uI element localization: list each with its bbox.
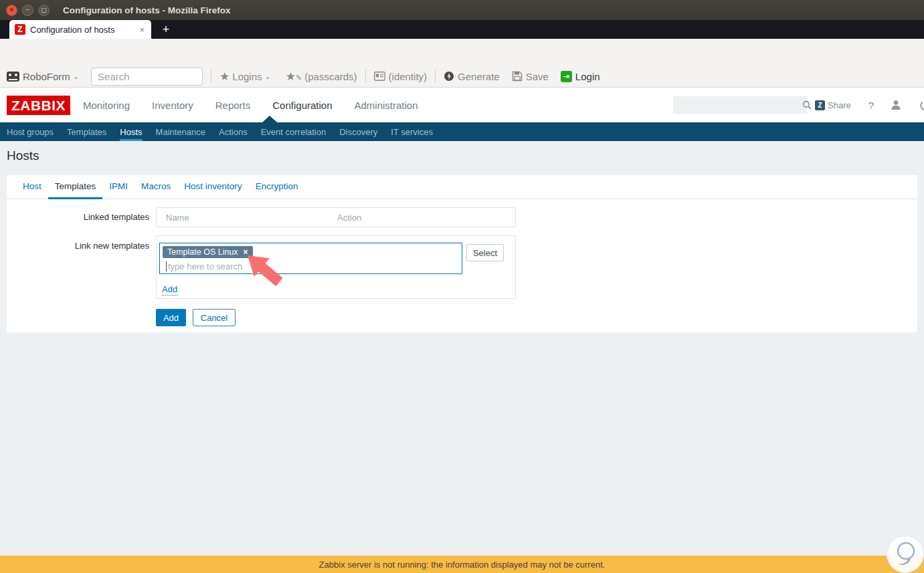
tab-macros[interactable]: Macros bbox=[134, 175, 177, 199]
column-header-action: Action bbox=[337, 213, 361, 223]
browser-tab[interactable]: Z Configuration of hosts × bbox=[9, 20, 151, 39]
typeahead[interactable]: type here to search bbox=[166, 261, 242, 271]
share-link[interactable]: Share bbox=[828, 100, 851, 110]
subnav-event-correlation[interactable]: Event correlation bbox=[261, 122, 327, 141]
menu-item-configuration[interactable]: Configuration bbox=[272, 100, 332, 111]
zabbix-search-box[interactable] bbox=[673, 96, 807, 114]
window-minimize-button[interactable]: − bbox=[22, 5, 33, 16]
roboform-save-button[interactable]: Save bbox=[512, 71, 549, 82]
roboform-icon bbox=[7, 72, 19, 82]
linked-templates-label: Linked templates bbox=[7, 212, 149, 222]
subnav-it-services[interactable]: IT services bbox=[391, 122, 433, 141]
save-label: Save bbox=[526, 71, 549, 82]
zabbix-favicon-icon: Z bbox=[15, 24, 25, 35]
tab-close-icon[interactable]: × bbox=[138, 25, 146, 35]
browser-toolbar: 192.168.0.14/zabbix/hosts.php?groupid=0&… bbox=[0, 39, 924, 66]
tab-host-inventory[interactable]: Host inventory bbox=[177, 175, 248, 199]
login-label: Login bbox=[575, 71, 600, 82]
generate-icon bbox=[444, 71, 454, 82]
roboform-menu[interactable]: RoboForm ⌄ bbox=[7, 71, 79, 82]
menu-item-inventory[interactable]: Inventory bbox=[152, 100, 193, 111]
separator bbox=[435, 70, 436, 83]
server-warning-text: Zabbix server is not running: the inform… bbox=[319, 560, 606, 570]
window-titlebar: × − ◻ Configuration of hosts - Mozilla F… bbox=[0, 0, 924, 20]
identity-label: (identity) bbox=[389, 71, 428, 82]
menu-item-administration[interactable]: Administration bbox=[355, 100, 418, 111]
subnav-templates[interactable]: Templates bbox=[67, 122, 106, 141]
roboform-identity-button[interactable]: (identity) bbox=[374, 71, 428, 82]
new-tab-button[interactable]: + bbox=[158, 23, 174, 37]
browser-tab-strip: Z Configuration of hosts × + bbox=[0, 20, 924, 39]
menu-item-reports[interactable]: Reports bbox=[215, 100, 251, 111]
subnav-actions[interactable]: Actions bbox=[219, 122, 248, 141]
link-new-templates-group: Template OS Linux × type here to search … bbox=[156, 235, 516, 299]
host-config-panel: Host Templates IPMI Macros Host inventor… bbox=[7, 175, 917, 332]
subnav-host-groups[interactable]: Host groups bbox=[7, 122, 54, 141]
tab-title: Configuration of hosts bbox=[30, 25, 138, 35]
menu-item-monitoring[interactable]: Monitoring bbox=[83, 100, 130, 111]
chevron-down-icon: ⌄ bbox=[265, 72, 271, 81]
zabbix-header: ZABBIX Monitoring Inventory Reports Conf… bbox=[0, 88, 924, 122]
magnifier-watermark bbox=[887, 536, 924, 573]
template-chip: Template OS Linux × bbox=[163, 246, 253, 258]
zabbix-share-icon: Z bbox=[815, 100, 825, 110]
roboform-brand-label: RoboForm bbox=[23, 71, 70, 82]
logins-label: Logins bbox=[232, 71, 262, 82]
save-floppy-icon bbox=[512, 71, 523, 82]
magnifier-watermark-icon bbox=[889, 538, 921, 570]
add-button[interactable]: Add bbox=[156, 309, 186, 326]
tab-ipmi[interactable]: IPMI bbox=[102, 175, 134, 199]
roboform-logins-menu[interactable]: ★ Logins ⌄ bbox=[219, 70, 271, 84]
linked-templates-table: Name Action bbox=[156, 207, 516, 227]
cancel-button[interactable]: Cancel bbox=[193, 309, 236, 326]
search-icon[interactable] bbox=[802, 100, 812, 110]
tab-host[interactable]: Host bbox=[16, 175, 48, 199]
tab-templates[interactable]: Templates bbox=[48, 175, 103, 199]
annotation-arrow bbox=[241, 245, 296, 286]
roboform-passcards-button[interactable]: ★✎ (passcards) bbox=[286, 70, 357, 84]
window-close-button[interactable]: × bbox=[6, 5, 17, 16]
page-title: Hosts bbox=[7, 148, 39, 163]
logout-icon[interactable] bbox=[919, 100, 924, 111]
zabbix-logo[interactable]: ZABBIX bbox=[7, 96, 70, 115]
typeahead-placeholder: type here to search bbox=[168, 261, 242, 271]
text-caret bbox=[166, 261, 167, 271]
separator bbox=[365, 70, 366, 83]
chevron-down-icon: ⌄ bbox=[73, 72, 79, 81]
template-chip-label: Template OS Linux bbox=[167, 247, 238, 257]
tab-encryption[interactable]: Encryption bbox=[249, 175, 305, 199]
host-form-tabs: Host Templates IPMI Macros Host inventor… bbox=[7, 175, 917, 199]
zabbix-main-menu: Monitoring Inventory Reports Configurati… bbox=[83, 88, 440, 122]
zabbix-search-input[interactable] bbox=[673, 100, 802, 110]
roboform-generate-button[interactable]: Generate bbox=[444, 71, 500, 82]
passcards-label: (passcards) bbox=[304, 71, 357, 82]
star-icon: ★ bbox=[219, 70, 229, 84]
profile-icon[interactable] bbox=[890, 99, 902, 111]
subnav-discovery[interactable]: Discovery bbox=[339, 122, 377, 141]
subnav-hosts[interactable]: Hosts bbox=[120, 122, 142, 141]
zabbix-header-icons: Z Share ? bbox=[815, 88, 924, 122]
help-link[interactable]: ? bbox=[868, 100, 874, 111]
login-icon: ⇥ bbox=[561, 71, 572, 82]
window-title: Configuration of hosts - Mozilla Firefox bbox=[63, 5, 231, 15]
active-menu-pointer bbox=[262, 116, 277, 122]
server-warning-banner: Zabbix server is not running: the inform… bbox=[0, 556, 924, 573]
select-button[interactable]: Select bbox=[466, 244, 504, 261]
generate-label: Generate bbox=[458, 71, 500, 82]
window-maximize-button[interactable]: ◻ bbox=[38, 5, 50, 16]
subnav-maintenance[interactable]: Maintenance bbox=[156, 122, 205, 141]
star-pencil-icon: ★✎ bbox=[286, 70, 302, 84]
zabbix-subnav: Host groups Templates Hosts Maintenance … bbox=[0, 122, 924, 141]
roboform-toolbar: RoboForm ⌄ ★ Logins ⌄ ★✎ (passcards) (id… bbox=[0, 66, 924, 88]
add-template-link[interactable]: Add bbox=[162, 284, 177, 296]
separator bbox=[211, 70, 211, 83]
roboform-login-button[interactable]: ⇥ Login bbox=[561, 71, 600, 82]
identity-card-icon bbox=[374, 72, 385, 81]
roboform-search-input[interactable] bbox=[91, 68, 203, 86]
link-new-templates-label: Link new templates bbox=[7, 241, 149, 251]
template-multiselect[interactable]: Template OS Linux × type here to search bbox=[159, 243, 462, 274]
column-header-name: Name bbox=[157, 213, 337, 223]
